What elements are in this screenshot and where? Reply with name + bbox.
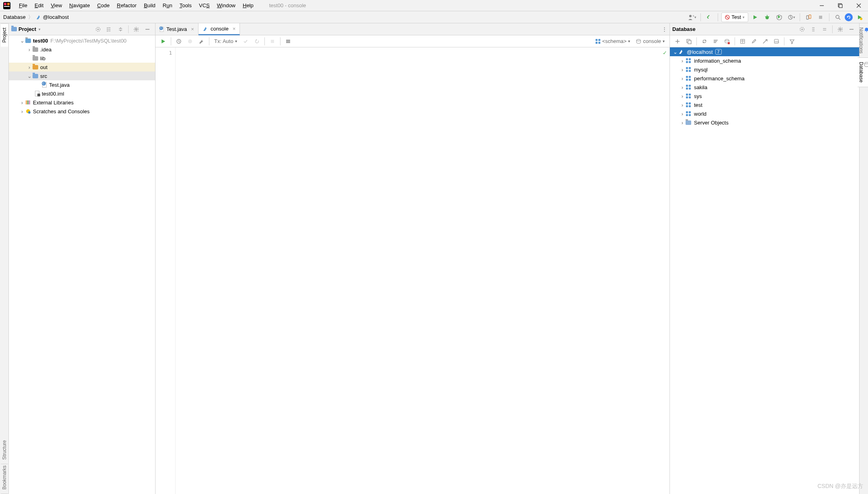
gear-icon[interactable]: [835, 24, 845, 34]
execute-icon[interactable]: [158, 37, 168, 46]
menu-build[interactable]: Build: [140, 2, 159, 8]
run-icon[interactable]: [750, 12, 760, 22]
svg-point-26: [135, 29, 137, 30]
gear-icon[interactable]: [131, 24, 141, 34]
menu-view[interactable]: View: [47, 2, 66, 8]
window-maximize-icon[interactable]: [831, 0, 850, 11]
breadcrumb-current[interactable]: @localhost: [43, 14, 69, 20]
rail-bookmarks-tab[interactable]: Bookmarks: [1, 464, 8, 494]
hide-icon[interactable]: [846, 24, 857, 34]
sync-icon[interactable]: [845, 13, 853, 21]
rail-project-tab[interactable]: Project: [1, 23, 8, 47]
breadcrumb-root[interactable]: Database: [3, 14, 26, 20]
code-area[interactable]: [176, 47, 669, 494]
tree-label: .idea: [40, 47, 51, 53]
project-tree[interactable]: ⌄ test00 F:\MyProjects\TestMySQL\test00 …: [9, 35, 155, 494]
select-opened-icon[interactable]: [93, 24, 103, 34]
tree-item-lib[interactable]: lib: [9, 54, 155, 63]
window-minimize-icon[interactable]: [813, 0, 831, 11]
db-schema-row[interactable]: ›mysql: [670, 65, 859, 74]
tree-scratches[interactable]: › Scratches and Consoles: [9, 107, 155, 116]
edit-icon[interactable]: [749, 37, 759, 46]
db-schema-row[interactable]: ›world: [670, 109, 859, 118]
commit-icon[interactable]: [240, 37, 251, 46]
coverage-icon[interactable]: [774, 12, 784, 22]
window-close-icon[interactable]: [850, 0, 868, 11]
rail-notifications-tab[interactable]: Notifications: [858, 23, 868, 58]
menu-navigate[interactable]: Navigate: [66, 2, 93, 8]
menu-vcs[interactable]: VCS: [195, 2, 213, 8]
tree-item-testjava[interactable]: Test.java: [9, 80, 155, 89]
collapse-all-icon[interactable]: [115, 24, 126, 34]
jump-to-query-icon[interactable]: [760, 37, 770, 46]
build-hammer-back-icon[interactable]: [704, 12, 714, 22]
menu-code[interactable]: Code: [94, 2, 113, 8]
schema-icon: [685, 66, 692, 73]
db-schema-row[interactable]: ›sakila: [670, 83, 859, 92]
history-icon[interactable]: [174, 37, 184, 46]
tree-item-iml[interactable]: test00.iml: [9, 89, 155, 98]
cancel-query-icon[interactable]: [267, 37, 278, 46]
menu-file[interactable]: File: [15, 2, 31, 8]
tree-root[interactable]: ⌄ test00 F:\MyProjects\TestMySQL\test00: [9, 36, 155, 45]
menu-window[interactable]: Window: [213, 2, 239, 8]
db-server-objects[interactable]: ›Server Objects: [670, 118, 859, 127]
menu-help[interactable]: Help: [239, 2, 257, 8]
db-schema-row[interactable]: ›performance_schema: [670, 74, 859, 83]
menu-edit[interactable]: Edit: [31, 2, 47, 8]
rail-database-tab[interactable]: Database: [858, 58, 868, 87]
explain-icon[interactable]: [185, 37, 195, 46]
collapse-all-icon[interactable]: [819, 24, 830, 34]
expand-all-icon[interactable]: [808, 24, 819, 34]
project-title[interactable]: Project: [18, 26, 36, 32]
hide-icon[interactable]: [142, 24, 153, 34]
schema-combo[interactable]: <schema> ▾: [593, 37, 633, 46]
stop-button-icon[interactable]: [815, 12, 826, 22]
db-schema-row[interactable]: ›test: [670, 100, 859, 109]
db-schema-row[interactable]: ›information_schema: [670, 56, 859, 65]
tx-mode-combo[interactable]: Tx: Auto ▾: [212, 37, 240, 46]
close-icon[interactable]: ×: [233, 26, 236, 32]
tree-external-libs[interactable]: › External Libraries: [9, 98, 155, 107]
menu-refactor[interactable]: Refactor: [113, 2, 140, 8]
filter-icon[interactable]: [787, 37, 797, 46]
tab-console[interactable]: console ×: [199, 23, 240, 35]
tree-item-src[interactable]: ⌄ src: [9, 71, 155, 80]
close-icon[interactable]: ×: [191, 26, 194, 32]
refresh-icon[interactable]: [699, 37, 710, 46]
tree-item-idea[interactable]: › .idea: [9, 45, 155, 54]
run-config-combo[interactable]: Test ▾: [721, 12, 748, 22]
db-connection[interactable]: ⌄ @localhost 7: [670, 47, 859, 56]
editor-toolbar: Tx: Auto ▾ <schema> ▾ console ▾: [156, 35, 669, 47]
attach-icon[interactable]: [803, 12, 814, 22]
diff-icon[interactable]: [710, 37, 721, 46]
user-add-icon[interactable]: +▾: [687, 12, 697, 22]
database-title[interactable]: Database: [672, 26, 696, 32]
session-combo[interactable]: console ▾: [633, 37, 667, 46]
debug-icon[interactable]: [762, 12, 772, 22]
project-folder-icon: [11, 27, 17, 31]
stop-icon[interactable]: [722, 37, 732, 46]
window-title: test00 - console: [269, 2, 306, 8]
run-anything-icon[interactable]: [854, 12, 865, 22]
editor-body[interactable]: 1 ✓: [156, 47, 669, 494]
tabs-more-icon[interactable]: ⋮: [659, 23, 669, 35]
add-icon[interactable]: [672, 37, 683, 46]
tree-item-out[interactable]: › out: [9, 63, 155, 71]
tab-testjava[interactable]: Test.java ×: [156, 23, 199, 35]
db-schema-row[interactable]: ›sys: [670, 92, 859, 100]
database-tree[interactable]: ⌄ @localhost 7 ›information_schema ›mysq…: [670, 47, 859, 494]
menu-run[interactable]: Run: [159, 2, 176, 8]
duplicate-icon[interactable]: [684, 37, 694, 46]
select-opened-icon[interactable]: [797, 24, 807, 34]
view-as-icon[interactable]: [283, 37, 293, 46]
rail-structure-tab[interactable]: Structure: [1, 436, 8, 464]
wrench-icon[interactable]: [196, 37, 207, 46]
profiler-icon[interactable]: ▾: [786, 12, 796, 22]
expand-all-icon[interactable]: [104, 24, 115, 34]
ddl-icon[interactable]: DDL: [771, 37, 782, 46]
table-icon[interactable]: [737, 37, 748, 46]
search-icon[interactable]: [833, 12, 843, 22]
rollback-icon[interactable]: [252, 37, 262, 46]
menu-tools[interactable]: Tools: [176, 2, 195, 8]
